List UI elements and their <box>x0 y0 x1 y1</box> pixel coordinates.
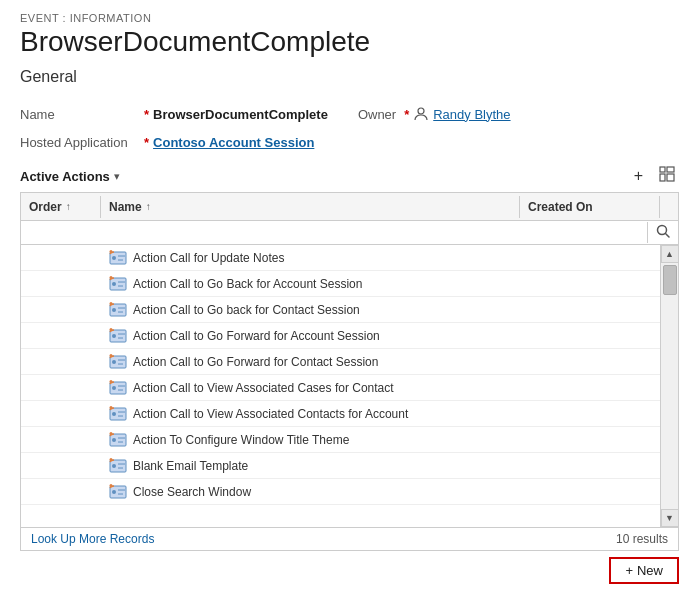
table-row[interactable]: Blank Email Template <box>21 453 660 479</box>
cell-name: Action Call to Go Forward for Account Se… <box>101 325 520 347</box>
name-value: BrowserDocumentComplete <box>153 107 328 122</box>
table-row[interactable]: Action To Configure Window Title Theme <box>21 427 660 453</box>
search-input-wrapper <box>21 221 647 244</box>
cell-created <box>520 256 660 260</box>
action-name: Action Call for Update Notes <box>133 251 284 265</box>
new-button-wrapper: + New <box>0 551 699 590</box>
table-row[interactable]: Action Call to Go back for Contact Sessi… <box>21 297 660 323</box>
scrollbar-up-button[interactable]: ▲ <box>661 245 679 263</box>
svg-point-48 <box>112 464 116 468</box>
svg-point-21 <box>110 302 113 305</box>
action-name: Action Call to View Associated Cases for… <box>133 381 394 395</box>
owner-required: * <box>404 107 409 122</box>
cell-name: Action Call for Update Notes <box>101 247 520 269</box>
person-icon <box>413 106 429 122</box>
new-button-icon: + <box>625 563 633 578</box>
grid-toolbar-icon[interactable] <box>655 164 679 188</box>
page-title: BrowserDocumentComplete <box>20 26 679 58</box>
active-actions-bar: Active Actions ▾ + <box>0 160 699 192</box>
svg-rect-3 <box>660 174 665 181</box>
svg-point-23 <box>112 334 116 338</box>
cell-name: Action To Configure Window Title Theme <box>101 429 520 451</box>
order-sort-icon[interactable]: ↑ <box>66 201 71 212</box>
svg-point-51 <box>110 458 113 461</box>
cell-name: Action Call to View Associated Cases for… <box>101 377 520 399</box>
svg-point-13 <box>112 282 116 286</box>
cell-name: Action Call to Go back for Contact Sessi… <box>101 299 520 321</box>
scrollbar-down-button[interactable]: ▼ <box>661 509 679 527</box>
cell-order <box>21 386 101 390</box>
hosted-app-label: Hosted Application <box>20 135 140 150</box>
name-required: * <box>144 107 149 122</box>
search-input[interactable] <box>25 223 643 242</box>
new-button[interactable]: + New <box>609 557 679 584</box>
grid-body: Action Call for Update Notes Action Call… <box>21 245 678 527</box>
svg-point-0 <box>418 108 424 114</box>
cell-order <box>21 308 101 312</box>
event-label: EVENT : INFORMATION <box>20 12 679 24</box>
table-row[interactable]: Action Call to Go Back for Account Sessi… <box>21 271 660 297</box>
table-row[interactable]: Action Call to View Associated Cases for… <box>21 375 660 401</box>
owner-name[interactable]: Randy Blythe <box>433 107 510 122</box>
scrollbar-track[interactable]: ▲ ▼ <box>660 245 678 527</box>
search-button[interactable] <box>647 222 678 243</box>
svg-point-33 <box>112 386 116 390</box>
cell-order <box>21 360 101 364</box>
cell-order <box>21 490 101 494</box>
cell-created <box>520 360 660 364</box>
name-sort-icon[interactable]: ↑ <box>146 201 151 212</box>
table-row[interactable]: Action Call to Go Forward for Contact Se… <box>21 349 660 375</box>
col-created: Created On <box>520 196 660 218</box>
svg-rect-4 <box>667 174 674 181</box>
action-icon <box>109 301 127 319</box>
table-row[interactable]: Action Call for Update Notes <box>21 245 660 271</box>
cell-created <box>520 334 660 338</box>
svg-point-8 <box>112 256 116 260</box>
cell-order <box>21 256 101 260</box>
cell-order <box>21 412 101 416</box>
cell-name: Action Call to View Associated Contacts … <box>101 403 520 425</box>
action-icon <box>109 483 127 501</box>
cell-name: Action Call to Go Forward for Contact Se… <box>101 351 520 373</box>
svg-point-38 <box>112 412 116 416</box>
cell-created <box>520 412 660 416</box>
active-actions-right: + <box>630 164 679 188</box>
col-order: Order ↑ <box>21 196 101 218</box>
svg-point-16 <box>110 276 113 279</box>
active-actions-label: Active Actions <box>20 169 110 184</box>
cell-created <box>520 386 660 390</box>
col-name: Name ↑ <box>101 196 520 218</box>
cell-created <box>520 464 660 468</box>
cell-order <box>21 438 101 442</box>
svg-point-36 <box>110 380 113 383</box>
grid-header: Order ↑ Name ↑ Created On <box>21 193 678 221</box>
cell-created <box>520 282 660 286</box>
cell-created <box>520 490 660 494</box>
active-actions-left: Active Actions ▾ <box>20 169 120 184</box>
scrollbar-thumb[interactable] <box>663 265 677 295</box>
add-toolbar-icon[interactable]: + <box>630 165 647 187</box>
header-section: EVENT : INFORMATION BrowserDocumentCompl… <box>0 0 699 102</box>
svg-rect-2 <box>667 167 674 172</box>
svg-point-18 <box>112 308 116 312</box>
table-row[interactable]: Close Search Window <box>21 479 660 505</box>
svg-point-43 <box>112 438 116 442</box>
svg-point-46 <box>110 432 113 435</box>
svg-line-6 <box>666 234 670 238</box>
svg-point-26 <box>110 328 113 331</box>
table-row[interactable]: Action Call to View Associated Contacts … <box>21 401 660 427</box>
action-icon <box>109 457 127 475</box>
table-row[interactable]: Action Call to Go Forward for Account Se… <box>21 323 660 349</box>
hosted-app-row: Hosted Application * Contoso Account Ses… <box>20 130 679 154</box>
name-label: Name <box>20 107 140 122</box>
hosted-app-value[interactable]: Contoso Account Session <box>153 135 314 150</box>
action-name: Blank Email Template <box>133 459 248 473</box>
action-icon <box>109 275 127 293</box>
action-icon <box>109 353 127 371</box>
owner-label: Owner <box>358 107 396 122</box>
cell-name: Blank Email Template <box>101 455 520 477</box>
results-count: 10 results <box>616 532 668 546</box>
active-actions-chevron[interactable]: ▾ <box>114 170 120 183</box>
lookup-link[interactable]: Look Up More Records <box>31 532 154 546</box>
cell-created <box>520 438 660 442</box>
